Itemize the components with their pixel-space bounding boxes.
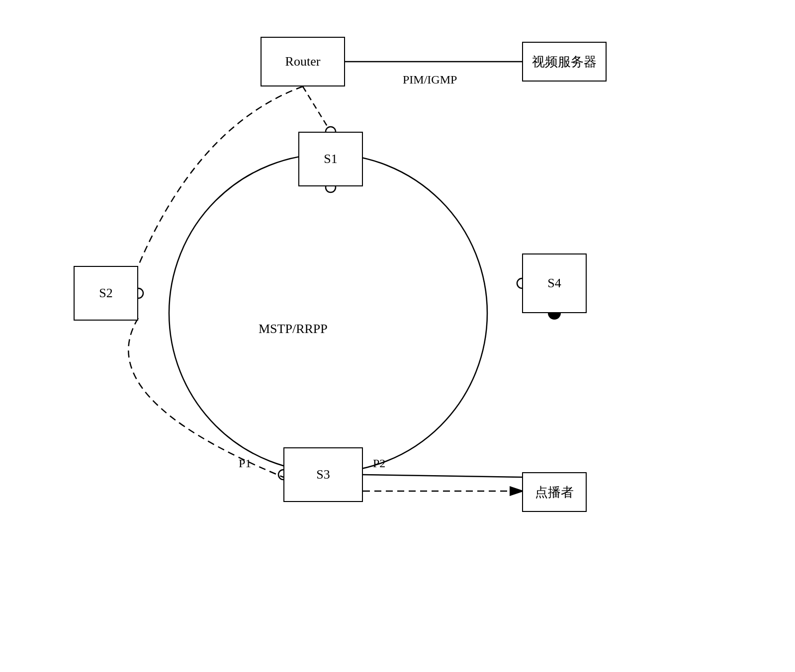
- pim-igmp-label: PIM/IGMP: [403, 73, 457, 86]
- s4-node: S4: [522, 253, 587, 313]
- s3-node: S3: [283, 447, 363, 502]
- s2-label: S2: [99, 286, 112, 301]
- s4-label: S4: [547, 276, 561, 291]
- s1-label: S1: [324, 152, 337, 167]
- p2-label: P2: [373, 457, 385, 470]
- s1-node: S1: [298, 132, 363, 186]
- ring-circle: [169, 154, 487, 472]
- s2-to-s3-dashed: [128, 318, 283, 477]
- video-server-label: 视频服务器: [532, 53, 597, 71]
- router-label: Router: [285, 54, 321, 69]
- s3-label: S3: [316, 467, 330, 482]
- router-to-s1-dashed: [303, 86, 331, 132]
- vod-client-node: 点播者: [522, 472, 587, 512]
- network-diagram: PIM/IGMP P1 P2 MSTP/RRPP: [0, 0, 795, 672]
- router-node: Router: [261, 37, 345, 86]
- s2-node: S2: [74, 266, 138, 321]
- vod-client-label: 点播者: [535, 484, 574, 501]
- mstp-rrpp-label: MSTP/RRPP: [259, 322, 328, 336]
- router-to-s2-dashed: [138, 86, 303, 266]
- video-server-node: 视频服务器: [522, 42, 607, 82]
- s3-to-vod-solid: [363, 475, 522, 477]
